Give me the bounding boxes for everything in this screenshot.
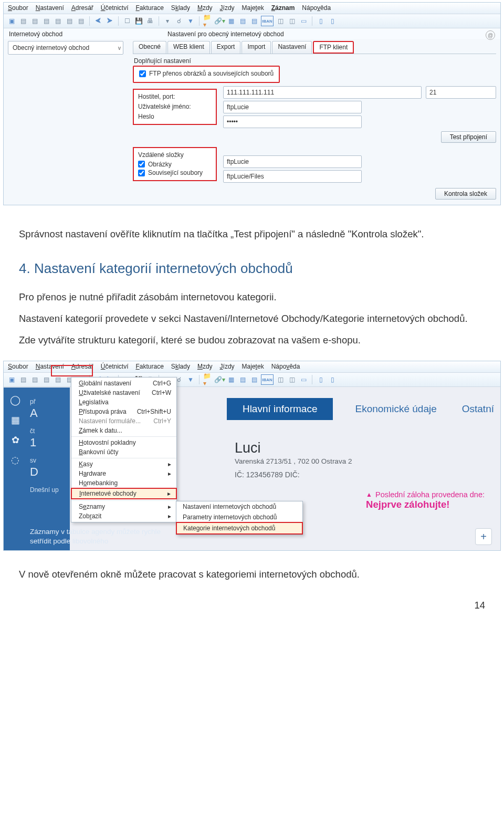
bulb-icon[interactable]: ◌	[8, 453, 23, 467]
menu-item-nastaveni[interactable]: Nastavení	[36, 4, 64, 12]
shop-select[interactable]: Obecný internetový obchod v	[8, 41, 123, 55]
window-icon[interactable]: ◫	[287, 16, 297, 26]
plus-icon[interactable]: ▯	[328, 16, 337, 26]
tab-nastaveni[interactable]: Nastavení	[272, 41, 312, 54]
remote-files-checkbox-input[interactable]	[138, 170, 145, 176]
menu-item[interactable]: Uživatelské nastaveníCtrl+W	[71, 388, 176, 397]
menu-item[interactable]: Homebanking	[71, 478, 176, 488]
tab-obecne[interactable]: Obecné	[133, 41, 166, 54]
menu-item-adresar[interactable]: Adresář	[71, 4, 93, 12]
menu-item[interactable]: Nastavení formuláře...Ctrl+Y	[71, 416, 176, 426]
menu-item-ucetnictvi[interactable]: Účetnictví	[101, 4, 129, 12]
person-icon[interactable]: ◯	[8, 393, 23, 407]
toolbar-icon[interactable]: ▣	[7, 375, 16, 384]
page-icon[interactable]: ▤	[30, 16, 39, 26]
sheet-icon[interactable]: ☐	[122, 16, 132, 26]
search-icon[interactable]: ☌	[174, 16, 184, 26]
input-port[interactable]: 21	[426, 86, 496, 99]
toolbar-icon[interactable]: ▣	[7, 16, 16, 26]
menu-item-nastaveni[interactable]: Nastavení	[36, 363, 64, 370]
arrow-right-icon[interactable]: ⮞	[105, 16, 114, 26]
menu-item-fakturace[interactable]: Fakturace	[135, 4, 163, 12]
save-icon[interactable]: 💾	[134, 16, 143, 26]
menu-item[interactable]: Zámek k datu...	[71, 426, 176, 435]
link-icon[interactable]: 🔗▾	[215, 16, 224, 26]
input-user[interactable]: ftpLucie	[223, 101, 362, 113]
doc-icon[interactable]: ▤	[249, 16, 259, 26]
menu-item[interactable]: Legislativa	[71, 397, 176, 407]
remote-files-checkbox[interactable]: Související soubory	[138, 169, 203, 176]
arrow-left-icon[interactable]: ⮜	[93, 16, 103, 26]
plus-icon[interactable]: ▯	[328, 375, 337, 384]
link-icon[interactable]: 🔗▾	[215, 375, 224, 384]
menu-item-jizdy[interactable]: Jízdy	[220, 4, 235, 12]
folder-icon[interactable]: 📁▾	[203, 16, 213, 26]
page-icon[interactable]: ▤	[65, 16, 74, 26]
funnel-icon[interactable]: ▼	[186, 375, 195, 384]
menu-item-internetove-obchody[interactable]: Internetové obchody▸	[71, 488, 177, 499]
page-icon[interactable]: ▤	[18, 375, 28, 384]
print-icon[interactable]: 🖶	[145, 16, 155, 26]
menu-item-majetek[interactable]: Majetek	[242, 363, 264, 370]
tab-import[interactable]: Import	[242, 41, 271, 54]
menu-item-napoveda[interactable]: Nápověda	[271, 363, 300, 370]
add-button[interactable]: +	[475, 528, 492, 545]
menu-item-soubor[interactable]: Soubor	[8, 4, 28, 12]
submenu-item[interactable]: Parametry internetových obchodů	[176, 512, 302, 522]
remote-images-checkbox-input[interactable]	[138, 161, 145, 167]
dropdown-icon[interactable]: ▾	[163, 16, 172, 26]
calendar-icon[interactable]: ▦	[8, 413, 23, 427]
menu-item[interactable]: Přístupová právaCtrl+Shift+U	[71, 407, 176, 416]
menu-item[interactable]: Seznamy▸	[71, 500, 176, 511]
menu-item-mzdy[interactable]: Mzdy	[197, 363, 213, 370]
window-icon[interactable]: ◫	[276, 375, 285, 384]
input-pass[interactable]: •••••	[223, 116, 362, 128]
input-remote-files[interactable]: ftpLucie/Files	[223, 170, 362, 183]
menu-item-sklady[interactable]: Sklady	[171, 4, 190, 12]
window-icon[interactable]: ◫	[276, 16, 285, 26]
column-icon[interactable]: ▯	[316, 16, 326, 26]
menu-item-fakturace[interactable]: Fakturace	[135, 363, 163, 370]
page-icon[interactable]: ▤	[53, 16, 62, 26]
menu-item[interactable]: Hotovostní pokladny	[71, 436, 176, 447]
tab-hlavni-informace[interactable]: Hlavní informace	[227, 398, 333, 420]
check-folders-button[interactable]: Kontrola složek	[435, 188, 496, 200]
menu-item-adresar[interactable]: Adresář	[71, 363, 93, 370]
page-icon[interactable]: ▤	[30, 375, 39, 384]
menu-item-ucetnictvi[interactable]: Účetnictví	[101, 363, 129, 370]
page-icon[interactable]: ▤	[76, 16, 86, 26]
input-remote-images[interactable]: ftpLucie	[223, 155, 362, 168]
folder-icon[interactable]: 📁▾	[203, 375, 213, 384]
page-icon[interactable]: ▤	[41, 375, 51, 384]
menu-item-jizdy[interactable]: Jízdy	[220, 363, 235, 370]
menu-item[interactable]: Globální nastaveníCtrl+G	[71, 379, 176, 388]
panel-icon[interactable]: ▭	[299, 375, 308, 384]
calendar-icon[interactable]: ▤	[238, 16, 247, 26]
submenu-item[interactable]: Nastavení internetových obchodů	[176, 501, 302, 512]
column-icon[interactable]: ▯	[316, 375, 326, 384]
grid-icon[interactable]: ▦	[226, 375, 236, 384]
iban-icon[interactable]: IBAN	[261, 374, 274, 385]
menu-item[interactable]: Bankovní účty	[71, 447, 176, 457]
menu-item[interactable]: Zobrazit▸	[71, 511, 176, 521]
calendar-icon[interactable]: ▤	[238, 375, 247, 384]
remote-images-checkbox[interactable]: Obrázky	[138, 161, 172, 168]
doc-icon[interactable]: ▤	[249, 375, 259, 384]
test-connection-button[interactable]: Test připojení	[441, 131, 496, 143]
menu-item-napoveda[interactable]: Nápověda	[302, 4, 331, 12]
page-icon[interactable]: ▤	[53, 375, 62, 384]
page-icon[interactable]: ▤	[18, 16, 28, 26]
menu-item-majetek[interactable]: Majetek	[242, 4, 264, 12]
tab-web-klient[interactable]: WEB klient	[167, 41, 210, 54]
tab-ekonomicke-udaje[interactable]: Ekonomické údaje	[352, 398, 439, 420]
menu-item-soubor[interactable]: Soubor	[8, 363, 28, 370]
page-icon[interactable]: ▤	[41, 16, 51, 26]
globe-icon[interactable]: @	[486, 30, 495, 40]
iban-icon[interactable]: IBAN	[261, 16, 274, 26]
tab-ftp-klient[interactable]: FTP klient	[313, 41, 354, 54]
gear-icon[interactable]: ✿	[8, 433, 23, 447]
menu-item[interactable]: Hardware▸	[71, 469, 176, 478]
ftp-transfer-checkbox[interactable]: FTP přenos obrázků a souvisejících soubo…	[139, 70, 274, 77]
menu-item[interactable]: Kasy▸	[71, 458, 176, 469]
tab-ostatni[interactable]: Ostatní	[459, 398, 497, 420]
